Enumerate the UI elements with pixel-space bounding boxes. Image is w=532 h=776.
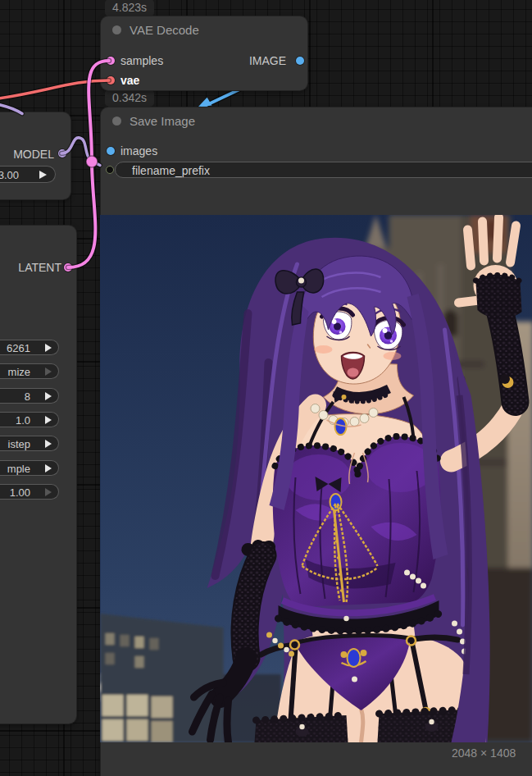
latent-output-label: LATENT	[18, 261, 61, 274]
widget-value: mize	[8, 366, 30, 378]
vae-input-dot[interactable]	[107, 76, 115, 84]
increment-arrow-icon[interactable]	[45, 344, 52, 352]
vae-input-label: vae	[120, 74, 139, 87]
filename-prefix-widget[interactable]: filename_prefix	[115, 162, 532, 178]
filename-prefix-socket-icon[interactable]	[106, 166, 114, 174]
steps-widget[interactable]: 8	[0, 388, 59, 404]
seed-widget[interactable]: 6261	[0, 340, 59, 355]
widget-value: mple	[7, 463, 30, 475]
image-output-dot[interactable]	[296, 57, 304, 65]
widget-value: 8	[25, 390, 30, 403]
link-direction-arrow-icon	[198, 98, 212, 107]
model-output-label: MODEL	[13, 148, 54, 161]
node-title-bar[interactable]: Save Image	[101, 107, 195, 134]
samples-input-label: samples	[120, 54, 163, 67]
images-input-dot[interactable]	[107, 147, 115, 155]
sampler-name-widget[interactable]: istep	[0, 436, 59, 451]
images-input-label: images	[120, 144, 157, 157]
increment-arrow-icon[interactable]	[39, 171, 47, 179]
increment-arrow-icon[interactable]	[45, 464, 52, 472]
latent-output-dot[interactable]	[64, 263, 72, 272]
samples-input-dot[interactable]	[107, 57, 115, 65]
increment-arrow-icon[interactable]	[45, 440, 52, 448]
increment-arrow-icon[interactable]	[45, 488, 52, 496]
number-widget[interactable]: 3.00	[0, 166, 56, 183]
comfyui-canvas[interactable]: { "colors": { "node_bg": "#343434", "nod…	[0, 0, 532, 776]
cfg-widget[interactable]: 1.0	[0, 412, 59, 427]
widget-value: 1.00	[10, 486, 30, 499]
denoise-widget[interactable]: 1.00	[0, 484, 59, 500]
image-dimensions-label: 2048 × 1408	[452, 746, 516, 760]
image-output-label: IMAGE	[249, 54, 286, 67]
node-title: VAE Decode	[130, 23, 199, 37]
execution-time-badge: 4.823s	[105, 0, 154, 16]
model-output-dot[interactable]	[58, 149, 66, 157]
widget-value: 1.0	[16, 414, 30, 427]
increment-arrow-icon[interactable]	[45, 416, 52, 424]
scheduler-widget[interactable]: mple	[0, 460, 59, 476]
wire-vae-link	[0, 80, 109, 100]
control-after-generate-widget[interactable]: mize	[0, 363, 59, 379]
vae-decode-node[interactable]: VAE Decode samples IMAGE vae	[101, 16, 307, 90]
widget-value: istep	[8, 438, 30, 450]
preview-illustration	[100, 215, 532, 742]
execution-time-badge: 0.342s	[105, 89, 154, 107]
increment-arrow-icon[interactable]	[45, 367, 52, 376]
link-midpoint-dot[interactable]	[86, 156, 98, 167]
increment-arrow-icon[interactable]	[45, 392, 52, 400]
widget-value: 6261	[7, 342, 30, 354]
node-title: Save Image	[130, 114, 195, 128]
sampler-node[interactable]: LATENT 6261 mize 8 1.0 istep mple 1.00	[0, 226, 76, 724]
node-title-bar[interactable]: VAE Decode	[101, 16, 199, 43]
widget-value: 3.00	[0, 169, 19, 181]
model-node[interactable]: MODEL 3.00	[0, 112, 70, 199]
save-image-node[interactable]: Save Image images filename_prefix	[101, 107, 532, 776]
collapse-dot-icon[interactable]	[112, 116, 121, 126]
preview-image[interactable]	[100, 215, 532, 742]
collapse-dot-icon[interactable]	[112, 25, 121, 34]
